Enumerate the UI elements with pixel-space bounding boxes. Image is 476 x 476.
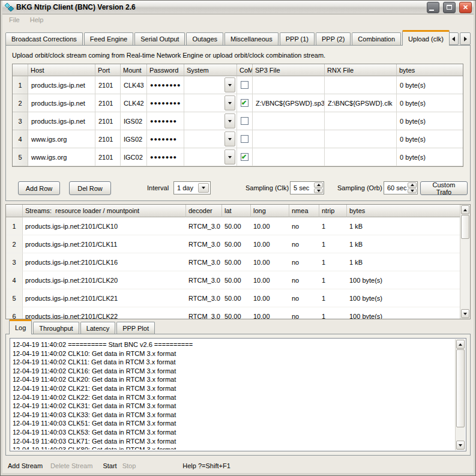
- top-tab[interactable]: Broadcast Corrections: [5, 32, 83, 45]
- status-action[interactable]: Stop: [122, 462, 136, 469]
- menu-item[interactable]: File: [9, 16, 20, 23]
- status-action[interactable]: Start: [103, 462, 116, 469]
- menu-item[interactable]: Help: [30, 16, 44, 23]
- stream-mountpoint-cell[interactable]: products.igs-ip.net:2101/CLK16: [23, 253, 186, 271]
- stream-mountpoint-cell[interactable]: products.igs-ip.net:2101/CLK11: [23, 235, 186, 253]
- chevron-down-icon[interactable]: [224, 95, 235, 110]
- sp3-file-cell[interactable]: Z:\/BNC${GPSWD}.sp3: [253, 94, 325, 112]
- scroll-up-icon[interactable]: [456, 340, 465, 349]
- mount-cell[interactable]: CLK42: [121, 94, 147, 112]
- sampling-clk-label: Sampling (Clk): [246, 181, 289, 195]
- host-cell[interactable]: products.igs-ip.net: [28, 112, 95, 130]
- mount-cell[interactable]: CLK43: [121, 76, 147, 94]
- password-cell[interactable]: ●●●●●●●●: [147, 94, 184, 112]
- port-cell[interactable]: 2101: [95, 148, 121, 166]
- host-cell[interactable]: products.igs-ip.net: [28, 94, 95, 112]
- stream-mountpoint-cell[interactable]: products.igs-ip.net:2101/CLK10: [23, 217, 186, 235]
- scroll-down-icon[interactable]: [456, 441, 465, 450]
- port-cell[interactable]: 2101: [95, 130, 121, 148]
- system-combobox[interactable]: [184, 76, 237, 94]
- system-combobox[interactable]: [184, 94, 237, 112]
- spin-up-icon[interactable]: [408, 182, 417, 188]
- rnx-file-cell[interactable]: [325, 130, 397, 148]
- close-button[interactable]: ✕: [459, 2, 472, 13]
- chevron-down-icon[interactable]: [198, 183, 209, 193]
- top-tab[interactable]: PPP (1): [280, 32, 315, 45]
- add-row-button[interactable]: Add Row: [18, 181, 60, 195]
- bottom-tab[interactable]: Latency: [80, 322, 116, 334]
- bottom-tab[interactable]: Throughput: [33, 322, 79, 334]
- log-output[interactable]: 12-04-19 11:40:02 ========== Start BNC v…: [10, 338, 466, 451]
- sp3-file-cell[interactable]: [253, 148, 325, 166]
- top-tab[interactable]: Feed Engine: [84, 32, 133, 45]
- status-action[interactable]: Help ?=Shift+F1: [182, 462, 230, 469]
- sp3-file-cell[interactable]: [253, 76, 325, 94]
- spin-down-icon[interactable]: [314, 188, 323, 194]
- spin-down-icon[interactable]: [408, 188, 417, 194]
- chevron-down-icon[interactable]: [224, 113, 235, 128]
- host-cell[interactable]: www.igs.org: [28, 148, 95, 166]
- interval-dropdown[interactable]: 1 day: [173, 181, 211, 194]
- system-combobox[interactable]: [184, 148, 237, 166]
- status-action[interactable]: Delete Stream: [50, 462, 92, 469]
- top-tab[interactable]: Serial Output: [134, 32, 185, 45]
- com-checkbox[interactable]: ✔: [241, 99, 249, 107]
- status-action[interactable]: Add Stream: [8, 462, 43, 469]
- stream-mountpoint-cell[interactable]: products.igs-ip.net:2101/CLK20: [23, 271, 186, 289]
- mount-cell[interactable]: IGS02: [121, 112, 147, 130]
- com-checkbox[interactable]: ✔: [241, 153, 249, 161]
- tab-scroll-right-icon[interactable]: [460, 32, 471, 45]
- rnx-file-cell[interactable]: Z:\BNC${GPSWD}.clk: [325, 94, 397, 112]
- sampling-orb-spinner[interactable]: 60 sec: [384, 181, 418, 194]
- port-cell[interactable]: 2101: [95, 112, 121, 130]
- title-bar[interactable]: BKG Ntrip Client (BNC) Version 2.6 ✕: [2, 1, 474, 14]
- top-tab[interactable]: Upload (clk): [402, 30, 450, 46]
- sp3-file-cell[interactable]: [253, 130, 325, 148]
- host-cell[interactable]: products.igs-ip.net: [28, 76, 95, 94]
- rnx-file-cell[interactable]: [325, 76, 397, 94]
- password-cell[interactable]: ●●●●●●●: [147, 130, 184, 148]
- chevron-down-icon[interactable]: [224, 131, 235, 146]
- del-row-button[interactable]: Del Row: [69, 181, 111, 195]
- top-tab[interactable]: Combination: [352, 32, 401, 45]
- scroll-down-icon[interactable]: [461, 309, 469, 318]
- spin-up-icon[interactable]: [314, 182, 323, 188]
- stream-mountpoint-cell[interactable]: products.igs-ip.net:2101/CLK21: [23, 289, 186, 307]
- sp3-file-cell[interactable]: [253, 112, 325, 130]
- system-combobox[interactable]: [184, 112, 237, 130]
- streams-scrollbar[interactable]: [460, 205, 470, 319]
- sampling-clk-spinner[interactable]: 5 sec: [290, 181, 324, 194]
- custom-trafo-button[interactable]: Custom Trafo: [420, 181, 468, 195]
- scrollbar-thumb[interactable]: [456, 349, 465, 427]
- sampling-orb-label: Sampling (Orb): [337, 181, 382, 195]
- bottom-tab[interactable]: PPP Plot: [116, 322, 155, 334]
- port-cell[interactable]: 2101: [95, 76, 121, 94]
- com-checkbox[interactable]: ✔: [241, 81, 249, 89]
- com-checkbox[interactable]: ✔: [241, 117, 249, 125]
- log-scrollbar[interactable]: [455, 339, 465, 450]
- host-cell[interactable]: www.igs.org: [28, 130, 95, 148]
- top-tab[interactable]: Miscellaneous: [224, 32, 279, 45]
- chevron-down-icon[interactable]: [224, 77, 235, 92]
- top-tab[interactable]: PPP (2): [316, 32, 351, 45]
- rnx-file-cell[interactable]: [325, 148, 397, 166]
- stream-mountpoint-cell[interactable]: products.igs-ip.net:2101/CLK22: [23, 307, 186, 319]
- stream-nmea-cell: no: [289, 235, 319, 253]
- port-cell[interactable]: 2101: [95, 94, 121, 112]
- mount-cell[interactable]: IGC02: [121, 148, 147, 166]
- scrollbar-thumb[interactable]: [461, 215, 469, 239]
- mount-cell[interactable]: IGS02: [121, 130, 147, 148]
- com-checkbox[interactable]: ✔: [241, 135, 249, 143]
- top-tab[interactable]: Outages: [186, 32, 223, 45]
- top-tab-bar: Broadcast Corrections Feed Engine Serial…: [5, 32, 471, 46]
- minimize-button[interactable]: [427, 2, 439, 13]
- bottom-tab[interactable]: Log: [9, 319, 32, 334]
- rnx-file-cell[interactable]: [325, 112, 397, 130]
- password-cell[interactable]: ●●●●●●●●: [147, 76, 184, 94]
- password-cell[interactable]: ●●●●●●●: [147, 148, 184, 166]
- scroll-up-icon[interactable]: [461, 205, 469, 214]
- password-cell[interactable]: ●●●●●●●: [147, 112, 184, 130]
- system-combobox[interactable]: [184, 130, 237, 148]
- maximize-button[interactable]: [443, 2, 456, 13]
- chevron-down-icon[interactable]: [224, 149, 235, 164]
